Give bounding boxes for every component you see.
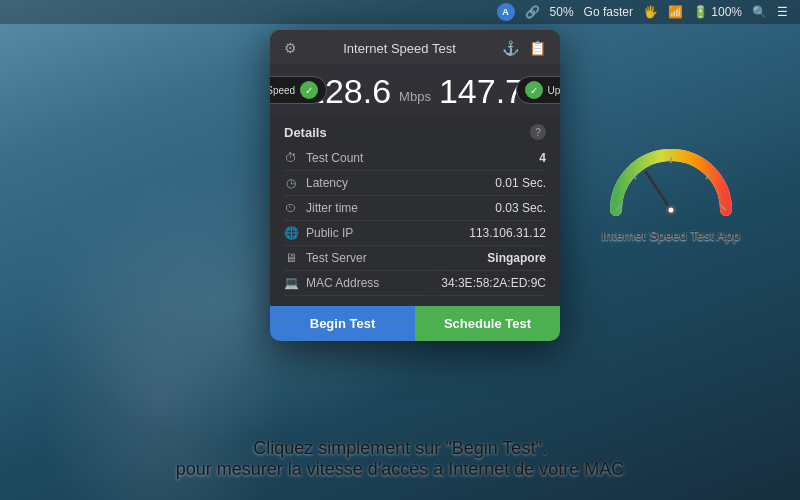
upload-speed-label: Upload Speed: [548, 85, 560, 96]
upload-badge: ✓ Upload Speed: [516, 76, 560, 104]
speed-unit: Mbps: [399, 89, 431, 108]
jitter-label: Jitter time: [306, 201, 358, 215]
upload-speed-value: 147.7: [439, 74, 524, 108]
detail-row-jitter: ⏲ Jitter time 0.03 Sec.: [284, 196, 546, 221]
ip-icon: 🌐: [284, 226, 298, 240]
latency-value: 0.01 Sec.: [495, 176, 546, 190]
help-icon[interactable]: ?: [530, 124, 546, 140]
detail-left: 🌐 Public IP: [284, 226, 353, 240]
detail-row-test-count: ⏱ Test Count 4: [284, 146, 546, 171]
search-icon[interactable]: 🔍: [752, 5, 767, 19]
svg-point-7: [668, 208, 673, 213]
download-badge: Download Speed ✓: [270, 76, 327, 104]
svg-line-5: [646, 172, 671, 210]
mac-label: MAC Address: [306, 276, 379, 290]
link-icon: 🔗: [525, 5, 540, 19]
jitter-value: 0.03 Sec.: [495, 201, 546, 215]
detail-left: ◷ Latency: [284, 176, 348, 190]
detail-left: ⏲ Jitter time: [284, 201, 358, 215]
details-section: Details ? ⏱ Test Count 4 ◷ Latency 0.01 …: [270, 116, 560, 296]
test-count-label: Test Count: [306, 151, 363, 165]
detail-left: ⏱ Test Count: [284, 151, 363, 165]
server-icon: 🖥: [284, 251, 298, 265]
details-header: Details ?: [284, 124, 546, 140]
ip-value: 113.106.31.12: [469, 226, 546, 240]
mac-value: 34:3E:58:2A:ED:9C: [441, 276, 546, 290]
latency-label: Latency: [306, 176, 348, 190]
test-count-value: 4: [539, 151, 546, 165]
wifi-icon: 📶: [668, 5, 683, 19]
go-faster-label: Go faster: [584, 5, 633, 19]
anchor-icon[interactable]: ⚓: [502, 40, 519, 56]
detail-row-latency: ◷ Latency 0.01 Sec.: [284, 171, 546, 196]
footer-line1: Cliquez simplement sur "Begin Test".: [0, 438, 800, 459]
menu-icon[interactable]: ☰: [777, 5, 788, 19]
detail-row-mac: 💻 MAC Address 34:3E:58:2A:ED:9C: [284, 271, 546, 296]
detail-row-server: 🖥 Test Server Singapore: [284, 246, 546, 271]
test-count-icon: ⏱: [284, 151, 298, 165]
upload-check-icon: ✓: [525, 81, 543, 99]
speed-gauge: [606, 130, 736, 220]
clipboard-icon[interactable]: 📋: [529, 40, 546, 56]
gesture-icon: 🖐: [643, 5, 658, 19]
action-buttons: Begin Test Schedule Test: [270, 306, 560, 341]
settings-icon[interactable]: ⚙: [284, 40, 297, 56]
header-icons: ⚓ 📋: [502, 40, 546, 56]
jitter-icon: ⏲: [284, 201, 298, 215]
battery-full: 🔋 100%: [693, 5, 742, 19]
gauge-area: Internet Speed Test App: [601, 130, 740, 243]
latency-icon: ◷: [284, 176, 298, 190]
schedule-test-button[interactable]: Schedule Test: [415, 306, 560, 341]
footer: Cliquez simplement sur "Begin Test". pou…: [0, 438, 800, 480]
mac-icon: 💻: [284, 276, 298, 290]
footer-line2: pour mesurer la vitesse d'accès à Intern…: [0, 459, 800, 480]
speed-display: Download Speed ✓ ⇊ 228.6 Mbps 147.7 ⇈ ✓ …: [270, 64, 560, 116]
server-value: Singapore: [487, 251, 546, 265]
download-check-icon: ✓: [300, 81, 318, 99]
ip-label: Public IP: [306, 226, 353, 240]
server-label: Test Server: [306, 251, 367, 265]
gauge-label: Internet Speed Test App: [601, 228, 740, 243]
detail-left: 🖥 Test Server: [284, 251, 367, 265]
battery-percent: 50%: [550, 5, 574, 19]
detail-row-ip: 🌐 Public IP 113.106.31.12: [284, 221, 546, 246]
speed-app-icon: A: [497, 3, 515, 21]
speed-test-popup: ⚙ Internet Speed Test ⚓ 📋 Download Speed…: [270, 30, 560, 341]
download-speed-label: Download Speed: [270, 85, 295, 96]
details-label: Details: [284, 125, 327, 140]
popup-header: ⚙ Internet Speed Test ⚓ 📋: [270, 30, 560, 64]
menubar: A 🔗 50% Go faster 🖐 📶 🔋 100% 🔍 ☰: [0, 0, 800, 24]
detail-left: 💻 MAC Address: [284, 276, 379, 290]
begin-test-button[interactable]: Begin Test: [270, 306, 415, 341]
popup-title: Internet Speed Test: [297, 41, 502, 56]
